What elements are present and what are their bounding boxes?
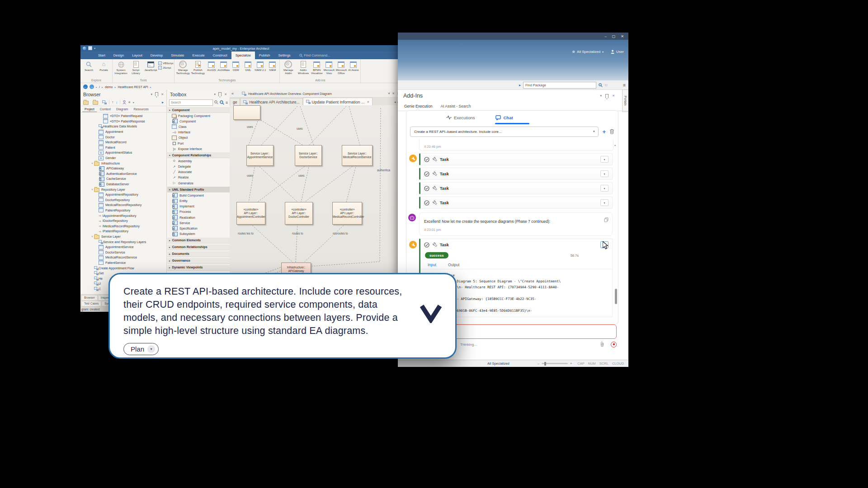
expand-task-button[interactable]: ▾ — [600, 185, 609, 192]
ribbon-button-microsoft-office[interactable]: Microsoft Office — [335, 60, 347, 75]
copy-icon[interactable] — [604, 217, 609, 222]
toolbox-item[interactable]: Entity — [167, 198, 230, 203]
ribbon-button-addin-windows[interactable]: Addin Windows — [296, 60, 311, 75]
diagram-node[interactable]: Service Layer::MedicalRecordService — [342, 145, 373, 166]
panel-close-icon[interactable]: ✕ — [161, 93, 164, 96]
header-close-icon[interactable]: ✕ — [392, 92, 395, 95]
task-row[interactable]: Task▾ — [419, 182, 613, 194]
ribbon-button-portals[interactable]: ⌂Portals — [96, 60, 111, 72]
panel-dropdown-icon[interactable]: ▾ — [600, 94, 602, 98]
tree-item[interactable]: –oIPatientRepository — [80, 229, 166, 234]
tree-item[interactable]: AppointmentRepository — [80, 192, 166, 197]
ribbon-button-gml[interactable]: GML — [242, 60, 254, 72]
maximize-icon[interactable]: ▢ — [612, 34, 616, 38]
toolbox-item[interactable]: ╱Associate — [167, 169, 230, 175]
tree-item[interactable]: CacheService — [80, 176, 166, 182]
toolbox-section-common-elements[interactable]: ▸Common Elements — [167, 238, 230, 244]
browser-tab-context[interactable]: Context — [98, 106, 113, 112]
search-icon[interactable] — [214, 100, 218, 104]
toolbox-section-uml-standard-profile[interactable]: ▴UML Standard Profile — [167, 187, 230, 192]
ribbon-tab-execute[interactable]: Execute — [188, 52, 208, 59]
ribbon-tab-design[interactable]: Design — [109, 52, 128, 59]
tree-item[interactable]: «DTO» PatientRequest — [80, 113, 166, 119]
expand-task-button[interactable]: ▾ — [600, 170, 609, 177]
save-icon[interactable] — [88, 46, 92, 50]
toolbox-item[interactable]: Object — [167, 135, 230, 141]
header-dropdown-icon[interactable]: ▾ — [388, 92, 390, 95]
forward-icon[interactable]: → — [90, 84, 94, 89]
tree-item[interactable]: Service and Repository Layers — [80, 239, 166, 244]
scroll-thumb[interactable] — [615, 289, 617, 304]
move-down-icon[interactable]: ↓ — [116, 100, 118, 104]
panel-dropdown-icon[interactable]: ▾ — [214, 93, 216, 96]
panel-nav-arrow-icon[interactable]: ▸ — [162, 100, 164, 104]
ribbon-tab-publish[interactable]: Publish — [255, 52, 274, 59]
toolbox-item[interactable]: ▷Generalize — [167, 180, 230, 186]
new-package-icon[interactable] — [83, 101, 89, 105]
tree-item[interactable]: DatabaseServer — [80, 182, 166, 187]
trash-icon[interactable] — [609, 129, 614, 134]
tab-output[interactable]: Output — [448, 263, 460, 267]
toolbox-section-dynamic-viewpoints[interactable]: ▸Dynamic Viewpoints — [167, 265, 230, 271]
close-icon[interactable]: ✕ — [367, 100, 370, 104]
chat-scrollbar[interactable]: ▴ — [614, 145, 618, 321]
browser-tab-project[interactable]: Project — [82, 106, 97, 112]
task-row[interactable]: Task▾ — [419, 153, 613, 165]
ribbon-tab-construct[interactable]: Construct — [209, 52, 231, 59]
toolbox-item[interactable]: ↗Delegate — [167, 164, 230, 169]
tree-item[interactable]: PatientRepository — [80, 208, 166, 213]
search-blue-icon[interactable] — [220, 100, 224, 105]
tree-item[interactable]: AuthenticationService — [80, 171, 166, 177]
collapse-left-icon[interactable]: « — [231, 91, 234, 96]
prompt-history-select[interactable]: Create a REST API–based architecture. In… — [410, 127, 599, 137]
diagram-tab[interactable]: Healthcare API Architecture... — [240, 98, 302, 106]
find-package-input[interactable]: Find Package — [523, 82, 596, 89]
task-row[interactable]: Task▾ — [419, 168, 613, 180]
diagram-node[interactable]: «controller»API Layer::AppointmentContro… — [236, 202, 265, 225]
diagram-tab[interactable]: Update Patient Information ...✕ — [303, 98, 373, 106]
expand-task-button[interactable]: ▾ — [600, 199, 609, 206]
ribbon-button-odm[interactable]: ODM — [230, 60, 242, 72]
ribbon-tab-settings[interactable]: Settings — [274, 52, 294, 59]
tree-item[interactable]: –oIDoctorRepository — [80, 218, 166, 224]
tree-item[interactable]: –oIMedicalRecordRepository — [80, 223, 166, 229]
tree-item[interactable]: ∨Repository Layer — [80, 187, 166, 192]
ribbon-button-publish-technology[interactable]: Publish Technology — [190, 60, 205, 75]
tree-item[interactable]: Patient — [80, 145, 166, 150]
browser-tab-diagram[interactable]: Diagram — [114, 106, 130, 112]
ribbon-tab-develop[interactable]: Develop — [146, 52, 167, 59]
toolbox-item[interactable]: ]oExpose Interface — [167, 146, 230, 151]
pin-icon[interactable] — [605, 94, 609, 98]
tree-item[interactable]: EGender — [80, 155, 166, 161]
tree-item[interactable]: DoctorRepository — [80, 197, 166, 203]
dock-tab[interactable]: Browser — [81, 295, 98, 300]
panel-close-icon[interactable]: ✕ — [612, 94, 615, 98]
breadcrumb-item[interactable]: demo — [105, 85, 113, 89]
tree-item[interactable]: DoctorService — [80, 249, 166, 255]
toolbox-section-component[interactable]: ▴Component — [167, 107, 230, 113]
tab-executions[interactable]: Executions — [446, 115, 475, 120]
stop-button[interactable] — [611, 342, 617, 347]
panel-dropdown-icon[interactable]: ▾ — [151, 93, 153, 96]
tree-item[interactable]: MedicalRecord — [80, 140, 166, 145]
open-package-icon[interactable] — [93, 101, 98, 105]
quick-access-toolbar[interactable]: ▾ — [83, 46, 95, 50]
toolbox-section-common-relationships[interactable]: ▸Common Relationships — [167, 244, 230, 250]
check-item-jscript[interactable]: ✓JScript — [158, 66, 173, 70]
diagram-tab-fragment[interactable]: ge — [230, 98, 240, 106]
breadcrumb-items[interactable]: ▸/▸demo▸Healthcare REST API▸ — [96, 85, 151, 89]
hamburger-icon[interactable]: ≡ — [226, 100, 228, 105]
breadcrumb-item[interactable]: / — [99, 85, 100, 89]
ribbon-button-arcgis[interactable]: ArcGIS — [205, 60, 217, 72]
user-menu[interactable]: User — [611, 50, 624, 54]
tree-item[interactable]: APIGateway — [80, 166, 166, 171]
ribbon-button-archimate[interactable]: ArchiMate — [217, 60, 230, 72]
toolbox-item[interactable]: Implement — [167, 204, 230, 209]
task-header[interactable]: Task ▴ — [420, 239, 612, 250]
dock-tab[interactable]: Test Cases — [81, 301, 101, 306]
grid-icon[interactable]: ⁞⁞ — [605, 83, 608, 87]
ribbon-tab-specialize[interactable]: Specialize — [231, 52, 255, 59]
tree-item[interactable]: AppointmentService — [80, 244, 166, 250]
diagram-node[interactable]: «controller»API Layer::MedicalRecordCont… — [332, 202, 362, 225]
ribbon-button-javascript[interactable]: JavaScript — [143, 60, 158, 72]
